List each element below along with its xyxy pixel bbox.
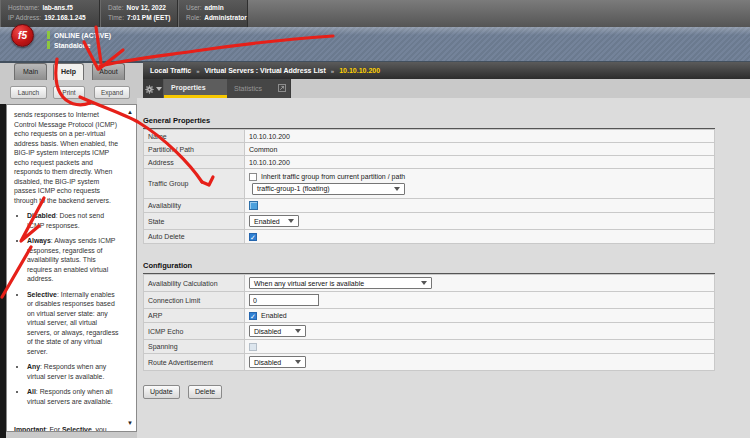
tab-help[interactable]: Help [53, 63, 84, 80]
role-value: Administrator [204, 13, 247, 23]
launch-button[interactable]: Launch [10, 86, 47, 99]
chevron-down-icon [295, 360, 301, 364]
partition-value: Common [244, 142, 715, 156]
arp-enabled-label: Enabled [261, 312, 287, 319]
scroll-down-icon[interactable]: ▼ [127, 420, 133, 426]
table-row: Availability [143, 198, 715, 213]
help-bullet-list: Disabled: Does not send ICMP responses. … [14, 211, 122, 406]
scroll-up-icon[interactable]: ▲ [127, 109, 133, 115]
spanning-label: Spanning [143, 339, 245, 354]
ip-label: IP Address: [8, 13, 41, 23]
table-row: Route Advertisement Disabled [143, 353, 715, 371]
traffic-group-label: Traffic Group [143, 168, 245, 199]
connection-limit-label: Connection Limit [143, 291, 245, 309]
options-menu-button[interactable] [143, 79, 164, 98]
help-intro: sends responses to Internet Control Mess… [14, 110, 122, 205]
status-standalone-text: Standalone [54, 42, 91, 49]
auto-delete-checkbox[interactable]: ✓ [249, 233, 257, 241]
chevron-down-icon [421, 281, 427, 285]
chevron-down-icon [295, 329, 301, 333]
availability-calculation-select[interactable]: When any virtual server is available [249, 277, 432, 289]
breadcrumb: Local Traffic » Virtual Servers : Virtua… [143, 62, 750, 79]
hostname-label: Hostname: [8, 3, 39, 13]
datetime-section: Date:Nov 12, 2022 Time:7:01 PM (EET) [100, 0, 178, 27]
date-label: Date: [108, 3, 124, 13]
table-row: ARP ✓ Enabled [143, 308, 715, 323]
date-value: Nov 12, 2022 [127, 3, 166, 13]
arp-value: ✓ Enabled [244, 308, 715, 323]
table-row: Availability Calculation When any virtua… [143, 274, 715, 292]
list-item: Any: Responds when any virtual server is… [27, 362, 122, 381]
icmp-echo-label: ICMP Echo [143, 322, 245, 340]
help-footer: Important: For Selective, you [14, 426, 107, 432]
general-properties-table: Name 10.10.10.200 Partition / Path Commo… [143, 129, 715, 244]
icmp-echo-select[interactable]: Disabled [249, 325, 306, 337]
breadcrumb-virtual-address-list[interactable]: Virtual Servers : Virtual Address List [205, 67, 326, 74]
tab-main[interactable]: Main [14, 63, 47, 80]
state-value: Enabled [244, 212, 715, 230]
availability-calculation-value: When any virtual server is available [244, 274, 715, 292]
table-row: Partition / Path Common [143, 142, 715, 156]
update-button[interactable]: Update [143, 385, 180, 399]
availability-value [244, 198, 715, 213]
availability-label: Availability [143, 198, 245, 213]
gear-icon [145, 80, 154, 98]
tab-properties[interactable]: Properties [164, 79, 227, 98]
route-advertisement-select[interactable]: Disabled [249, 356, 306, 368]
status-online-text: ONLINE (ACTIVE) [54, 32, 111, 39]
inherit-traffic-group-label: Inherit traffic group from current parti… [261, 173, 405, 180]
topbar-filler [248, 0, 750, 27]
user-section: User:admin Role:Administrator [178, 0, 248, 27]
user-label: User: [186, 3, 202, 13]
address-value: 10.10.10.200 [244, 155, 715, 169]
user-value: admin [205, 3, 224, 13]
time-label: Time: [108, 13, 124, 23]
breadcrumb-separator: » [331, 68, 334, 74]
arp-label: ARP [143, 308, 245, 323]
traffic-group-select[interactable]: traffic-group-1 (floating) [252, 183, 405, 195]
table-row: ICMP Echo Disabled [143, 322, 715, 340]
table-row: Auto Delete ✓ [143, 229, 715, 244]
popout-icon [278, 84, 286, 93]
main-content: General Properties Name 10.10.10.200 Par… [137, 98, 750, 438]
status-green-indicator [47, 31, 50, 39]
state-label: State [143, 212, 245, 230]
partition-label: Partition / Path [143, 142, 245, 156]
connection-limit-input[interactable] [249, 294, 319, 306]
availability-calculation-label: Availability Calculation [143, 274, 245, 292]
content-tabstrip: Properties Statistics [143, 79, 291, 98]
table-row: State Enabled [143, 212, 715, 230]
general-properties-title: General Properties [143, 116, 715, 129]
auto-delete-value: ✓ [244, 229, 715, 244]
system-info-bar: Hostname:lab-ans.f5 IP Address:192.168.1… [0, 0, 750, 27]
spanning-checkbox[interactable] [249, 343, 257, 351]
table-row: Name 10.10.10.200 [143, 129, 715, 143]
chevron-down-icon [394, 187, 400, 191]
f5-logo: f5 [11, 24, 34, 47]
list-item: Disabled: Does not send ICMP responses. [27, 211, 122, 230]
connection-limit-value [244, 291, 715, 309]
role-label: Role: [186, 13, 201, 23]
tab-statistics[interactable]: Statistics [227, 79, 290, 98]
traffic-group-value: Inherit traffic group from current parti… [244, 168, 715, 199]
delete-button[interactable]: Delete [188, 385, 222, 399]
arp-checkbox[interactable]: ✓ [249, 312, 257, 320]
state-select[interactable]: Enabled [249, 215, 299, 227]
name-value: 10.10.10.200 [244, 129, 715, 143]
icmp-echo-value: Disabled [244, 322, 715, 340]
list-item: All: Responds only when all virtual serv… [27, 387, 122, 406]
print-button[interactable]: Print [53, 86, 85, 99]
configuration-table: Availability Calculation When any virtua… [143, 274, 715, 371]
time-value: 7:01 PM (EET) [127, 13, 170, 23]
tab-about[interactable]: About [92, 63, 125, 80]
status-green-indicator [47, 41, 50, 49]
device-status: ONLINE (ACTIVE) Standalone [47, 31, 111, 51]
hostname-value: lab-ans.f5 [42, 3, 72, 13]
chevron-down-icon [156, 87, 162, 91]
help-text: sends responses to Internet Control Mess… [7, 105, 136, 406]
breadcrumb-local-traffic[interactable]: Local Traffic [150, 67, 191, 74]
inherit-traffic-group-checkbox[interactable] [249, 173, 257, 181]
expand-button[interactable]: Expand [94, 86, 130, 99]
name-label: Name [143, 129, 245, 143]
route-advertisement-label: Route Advertisement [143, 353, 245, 371]
